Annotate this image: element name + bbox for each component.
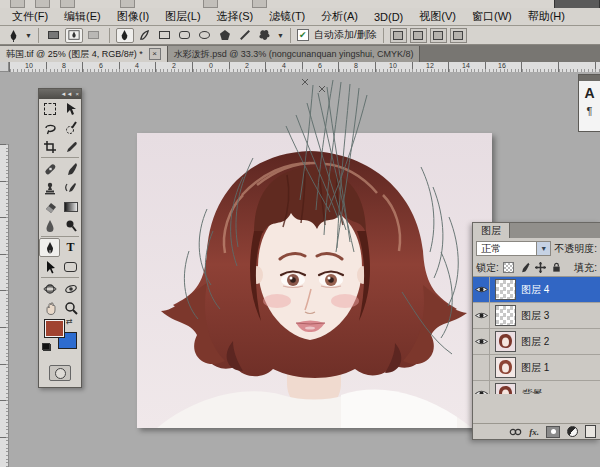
layer-row-layer3[interactable]: 图层 3 — [473, 303, 600, 329]
adjustment-layer-icon[interactable] — [567, 426, 578, 437]
healing-brush-tool[interactable] — [39, 159, 60, 178]
3d-rotate-tool[interactable] — [39, 279, 60, 298]
shape-layers-mode-button[interactable] — [45, 28, 63, 43]
vertical-ruler[interactable] — [0, 144, 9, 467]
collapse-palette-icon[interactable]: ◄◄ — [61, 91, 73, 97]
foreground-color-swatch[interactable] — [44, 319, 65, 338]
visibility-toggle[interactable] — [473, 329, 490, 354]
menu-filter[interactable]: 滤镜(T) — [261, 9, 313, 24]
gradient-tool[interactable] — [60, 197, 81, 216]
pen-tool-button[interactable] — [116, 28, 134, 43]
subtract-from-path-area-button[interactable] — [410, 28, 427, 43]
app-bar-icon[interactable] — [60, 0, 75, 8]
shape-tools-dropdown-caret[interactable]: ▼ — [277, 32, 284, 39]
paths-mode-button[interactable] — [65, 28, 83, 43]
layer-thumbnail[interactable] — [495, 357, 516, 378]
link-layers-icon[interactable] — [509, 426, 522, 438]
visibility-toggle[interactable] — [473, 303, 490, 328]
lasso-tool[interactable] — [39, 118, 60, 137]
layer-name[interactable]: 图层 1 — [521, 361, 549, 375]
menu-layer[interactable]: 图层(L) — [157, 9, 208, 24]
pen-tool-preset-icon[interactable] — [4, 28, 22, 43]
new-layer-icon[interactable] — [585, 425, 596, 438]
hand-tool[interactable] — [39, 298, 60, 317]
menu-view[interactable]: 视图(V) — [411, 9, 464, 24]
brush-tool[interactable] — [60, 159, 81, 178]
move-tool[interactable] — [60, 99, 81, 118]
pen-tool-selected[interactable] — [39, 238, 60, 257]
menu-edit[interactable]: 编辑(E) — [56, 9, 109, 24]
freeform-pen-tool-button[interactable] — [136, 28, 154, 43]
lock-image-pixels-icon[interactable] — [519, 262, 531, 274]
quick-mask-button[interactable] — [49, 365, 71, 381]
switch-colors-icon[interactable]: ⇄ — [66, 317, 73, 326]
blend-mode-select[interactable]: 正常 ▼ — [476, 241, 551, 256]
layer-name[interactable]: 图层 4 — [521, 283, 549, 297]
default-colors-icon[interactable] — [42, 343, 51, 351]
app-bar-icon[interactable] — [35, 0, 50, 8]
close-palette-icon[interactable]: × — [75, 91, 79, 97]
visibility-toggle[interactable] — [473, 277, 490, 302]
clone-stamp-tool[interactable] — [39, 178, 60, 197]
crop-tool[interactable] — [39, 137, 60, 156]
custom-shape-tool-button[interactable] — [256, 28, 274, 43]
layer-row-layer4[interactable]: 图层 4 — [473, 277, 600, 303]
tools-palette-header[interactable]: ◄◄ × — [39, 89, 81, 99]
menu-select[interactable]: 选择(S) — [209, 9, 262, 24]
shape-tool[interactable] — [60, 257, 81, 276]
zoom-tool[interactable] — [60, 298, 81, 317]
app-bar-icon[interactable] — [203, 0, 218, 8]
blur-tool[interactable] — [39, 216, 60, 235]
layer-row-layer1[interactable]: 图层 1 — [473, 355, 600, 381]
add-layer-mask-icon[interactable] — [546, 426, 560, 438]
app-bar-icon[interactable] — [10, 0, 25, 8]
3d-orbit-tool[interactable] — [60, 279, 81, 298]
auto-add-delete-checkbox[interactable]: ✔ — [297, 29, 309, 41]
menu-3d[interactable]: 3D(D) — [366, 11, 411, 23]
layer-name[interactable]: 图层 3 — [521, 309, 549, 323]
ellipse-tool-button[interactable] — [196, 28, 214, 43]
add-to-path-area-button[interactable] — [390, 28, 407, 43]
preset-dropdown-caret[interactable]: ▼ — [25, 32, 32, 39]
close-tab-icon[interactable]: × — [149, 48, 161, 60]
app-bar-icon[interactable] — [252, 0, 267, 8]
path-selection-tool[interactable] — [39, 257, 60, 276]
document-canvas[interactable] — [137, 133, 492, 428]
ruler-corner — [0, 62, 9, 72]
line-tool-button[interactable] — [236, 28, 254, 43]
rounded-rectangle-tool-button[interactable] — [176, 28, 194, 43]
layer-name[interactable]: 图层 2 — [521, 335, 549, 349]
app-bar-icon[interactable] — [120, 0, 135, 8]
chevron-down-icon[interactable]: ▼ — [536, 242, 550, 255]
document-tab-active[interactable]: 韩国.tif @ 25% (图层 4, RGB/8#) * × — [0, 46, 168, 62]
rectangle-tool-button[interactable] — [156, 28, 174, 43]
dodge-tool[interactable] — [60, 216, 81, 235]
layer-thumbnail[interactable] — [495, 305, 516, 326]
lock-position-icon[interactable] — [535, 262, 547, 274]
layers-tab[interactable]: 图层 — [473, 223, 510, 238]
menu-analysis[interactable]: 分析(A) — [313, 9, 366, 24]
layer-thumbnail[interactable] — [495, 279, 516, 300]
menu-window[interactable]: 窗口(W) — [464, 9, 520, 24]
type-tool[interactable]: T — [60, 238, 81, 257]
marquee-tool[interactable] — [39, 99, 60, 118]
fill-pixels-mode-button[interactable] — [85, 28, 103, 43]
quick-selection-tool[interactable] — [60, 118, 81, 137]
intersect-path-areas-button[interactable] — [430, 28, 447, 43]
lock-transparent-pixels-icon[interactable] — [503, 262, 515, 274]
menu-file[interactable]: 文件(F) — [4, 9, 56, 24]
history-brush-tool[interactable] — [60, 178, 81, 197]
eraser-tool[interactable] — [39, 197, 60, 216]
lock-all-icon[interactable] — [551, 262, 563, 274]
layer-thumbnail[interactable] — [495, 331, 516, 352]
exclude-overlapping-path-areas-button[interactable] — [450, 28, 467, 43]
visibility-toggle-off[interactable] — [473, 355, 490, 380]
menu-help[interactable]: 帮助(H) — [520, 9, 573, 24]
layer-style-icon[interactable]: fx. — [529, 426, 539, 438]
eyedropper-tool[interactable] — [60, 137, 81, 156]
polygon-tool-button[interactable] — [216, 28, 234, 43]
layer-row-layer2[interactable]: 图层 2 — [473, 329, 600, 355]
document-tab-inactive[interactable]: 水彩泼拆.psd @ 33.3% (nongcunanquan yingshui… — [168, 46, 421, 62]
character-panel-header[interactable] — [579, 75, 600, 81]
menu-image[interactable]: 图像(I) — [109, 9, 157, 24]
